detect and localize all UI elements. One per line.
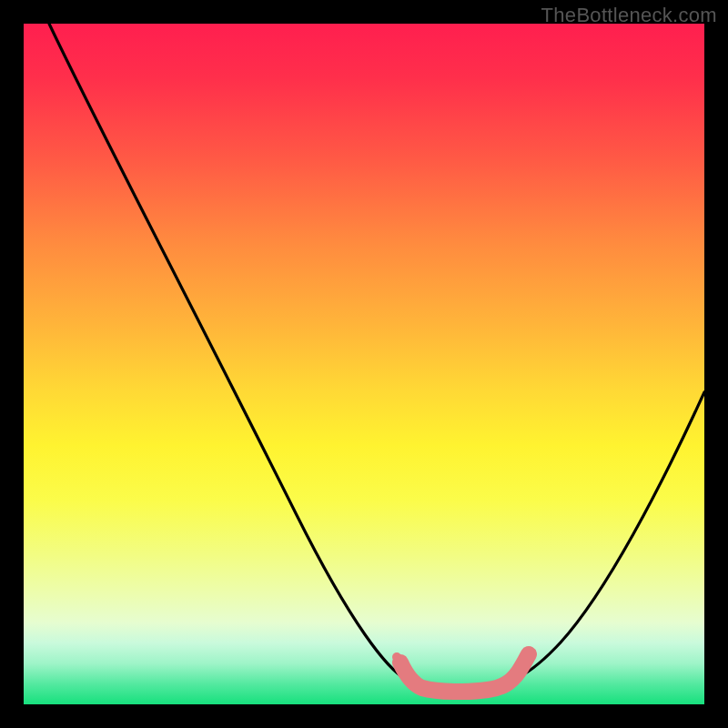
bottleneck-curve xyxy=(24,24,704,704)
chart-plot-area xyxy=(24,24,704,704)
watermark: TheBottleneck.com xyxy=(541,4,717,27)
optimal-range-marker xyxy=(392,652,529,692)
curve-path xyxy=(49,24,704,689)
svg-point-0 xyxy=(392,652,401,662)
